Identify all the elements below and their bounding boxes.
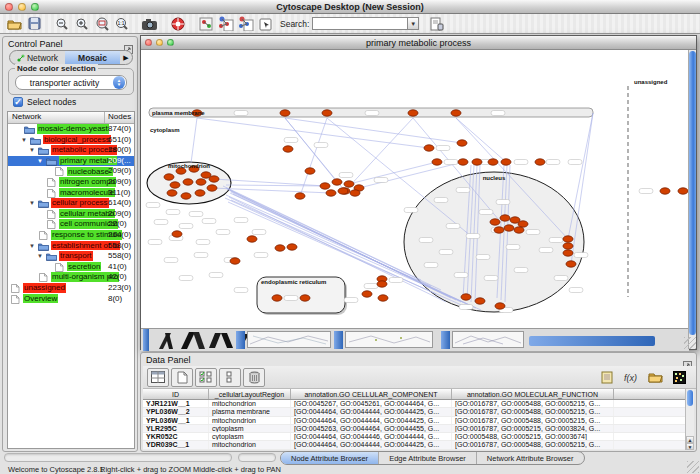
table-row[interactable]: YDR039C__1mitochondrion[GO:0044464, GO:0… xyxy=(143,441,688,449)
background-window-thumb[interactable] xyxy=(345,331,433,348)
table-cell[interactable]: [GO:0016787, GO:0005488, GO:0005215, G..… xyxy=(452,441,614,448)
graph-node[interactable] xyxy=(247,236,257,242)
tab-network[interactable]: Network xyxy=(10,51,65,64)
graph-node[interactable] xyxy=(195,190,205,196)
matrix-icon[interactable] xyxy=(668,368,690,387)
tree-row[interactable]: ▼metabolic process280(0) xyxy=(8,145,134,156)
table-cell[interactable]: mitochondrion xyxy=(209,417,291,424)
tree-row[interactable]: response to stimulu264(0) xyxy=(8,230,134,241)
table-column-header[interactable]: annotation.GO MOLECULAR_FUNCTION xyxy=(452,389,614,399)
table-cell[interactable]: plasma membrane xyxy=(209,408,291,415)
graph-edge[interactable] xyxy=(197,118,429,148)
background-window-thumb[interactable] xyxy=(452,331,524,348)
table-cell[interactable]: [GO:0016787, GO:0005215, GO:0003824, G..… xyxy=(452,425,614,432)
graph-node[interactable] xyxy=(209,176,219,182)
graph-node[interactable] xyxy=(660,188,670,194)
search-dropdown-arrow-icon[interactable]: ▼ xyxy=(408,17,419,30)
zoom-out-icon[interactable] xyxy=(53,16,71,32)
network-from-table-icon[interactable] xyxy=(237,16,255,32)
network-from-file-icon[interactable] xyxy=(217,16,235,32)
network-vertical-scrollbar[interactable] xyxy=(688,50,696,349)
tree-row[interactable]: nitrogen compo209(0) xyxy=(8,177,134,188)
graph-node[interactable] xyxy=(563,236,573,242)
graph-edge[interactable] xyxy=(568,113,593,239)
table-row[interactable]: YPL036W__1mitochondrion[GO:0044464, GO:0… xyxy=(143,417,688,425)
table-cell[interactable]: YJR121W__1 xyxy=(143,400,209,407)
attribute-table-icon[interactable] xyxy=(147,368,169,387)
graph-node[interactable] xyxy=(678,188,688,194)
tab-overflow-arrow-icon[interactable]: ▶ xyxy=(120,51,132,64)
tree-col-nodes[interactable]: Nodes xyxy=(105,112,134,123)
graph-node[interactable] xyxy=(457,140,467,146)
graph-node[interactable] xyxy=(475,298,485,304)
graph-node[interactable] xyxy=(164,174,174,180)
tree-row[interactable]: nucleobase-209(0) xyxy=(8,166,134,177)
tree-row[interactable]: ▼transport558(0) xyxy=(8,251,134,262)
table-cell[interactable]: mitochondrion xyxy=(209,441,291,448)
graph-node[interactable] xyxy=(501,159,511,165)
graph-node[interactable] xyxy=(230,258,240,264)
table-row[interactable]: YLR295Ccytoplasm[GO:0045263, GO:0044464,… xyxy=(143,425,688,433)
graph-node[interactable] xyxy=(490,219,500,225)
select-nodes-checkbox[interactable]: ✓ xyxy=(13,97,23,107)
expand-arrow-icon[interactable]: ▼ xyxy=(29,241,35,252)
table-cell[interactable]: YKR052C xyxy=(143,433,209,440)
graph-node[interactable] xyxy=(295,193,305,199)
formula-icon[interactable]: f(x) xyxy=(620,368,642,387)
open-folder-icon[interactable] xyxy=(5,16,23,32)
graph-node[interactable] xyxy=(432,159,442,165)
zoom-in-icon[interactable] xyxy=(73,16,91,32)
table-vertical-scrollbar[interactable]: ▲ ▼ xyxy=(685,389,694,450)
tree-row[interactable]: macromolecule311(0) xyxy=(8,188,134,199)
expand-arrow-icon[interactable]: ▼ xyxy=(29,145,35,156)
graph-node[interactable] xyxy=(275,245,285,251)
graph-node[interactable] xyxy=(207,185,217,191)
tree-row[interactable]: ▼primary metabo209(... xyxy=(8,156,134,167)
graph-node[interactable] xyxy=(566,261,576,267)
table-row[interactable]: YJR121W__1mitochondrion[GO:0045267, GO:0… xyxy=(143,400,688,408)
graph-node[interactable] xyxy=(535,159,545,165)
table-cell[interactable] xyxy=(614,400,688,407)
tree-row[interactable]: secretion41(0) xyxy=(8,262,134,273)
table-cell[interactable]: YLR295C xyxy=(143,425,209,432)
graph-edge[interactable] xyxy=(285,118,462,143)
import-folder-icon[interactable] xyxy=(644,368,666,387)
graph-node[interactable] xyxy=(504,225,514,231)
graph-node[interactable] xyxy=(563,243,573,249)
graph-node[interactable] xyxy=(320,183,330,189)
table-cell[interactable]: [GO:0044464, GO:0044444, GO:0044425, G..… xyxy=(291,408,452,415)
graph-node[interactable] xyxy=(424,145,434,151)
graph-edge[interactable] xyxy=(191,118,197,163)
table-cell[interactable]: YDR039C__1 xyxy=(143,441,209,448)
graph-node[interactable] xyxy=(378,295,388,301)
tree-row[interactable]: multi-organism pro42(0) xyxy=(8,272,134,283)
table-cell[interactable]: [GO:0016787, GO:0005488, GO:0005215, G..… xyxy=(452,417,614,424)
table-cell[interactable]: [GO:0045263, GO:0044464, GO:0044455, G..… xyxy=(291,425,452,432)
graph-node[interactable] xyxy=(362,291,372,297)
save-icon[interactable] xyxy=(25,16,43,32)
zoom-fit-icon[interactable]: 1:1 xyxy=(113,16,131,32)
graph-node[interactable] xyxy=(332,179,342,185)
table-cell[interactable] xyxy=(614,433,688,440)
zoom-selected-icon[interactable] xyxy=(93,16,111,32)
table-cell[interactable]: [GO:0044464, GO:0044444, GO:0044425, G..… xyxy=(291,417,452,424)
graph-node[interactable] xyxy=(350,190,360,196)
graph-node[interactable] xyxy=(488,159,498,165)
graph-node[interactable] xyxy=(170,182,180,188)
network-resize-grip[interactable] xyxy=(684,337,696,349)
table-cell[interactable] xyxy=(614,417,688,424)
table-cell[interactable] xyxy=(614,441,688,448)
background-scrollbar[interactable] xyxy=(143,329,149,351)
graph-node[interactable] xyxy=(326,190,336,196)
tree-row[interactable]: cell communicat22(0) xyxy=(8,219,134,230)
graph-node[interactable] xyxy=(472,159,482,165)
background-scrollbar[interactable] xyxy=(334,331,343,349)
graph-node[interactable] xyxy=(451,110,461,116)
snapshot-camera-icon[interactable] xyxy=(141,16,159,32)
table-column-header[interactable] xyxy=(614,389,688,399)
select-attributes-icon[interactable] xyxy=(195,368,217,387)
help-ring-icon[interactable] xyxy=(169,16,187,32)
graph-node[interactable] xyxy=(338,188,348,194)
graph-node[interactable] xyxy=(461,294,471,300)
notepad-icon[interactable] xyxy=(596,368,618,387)
